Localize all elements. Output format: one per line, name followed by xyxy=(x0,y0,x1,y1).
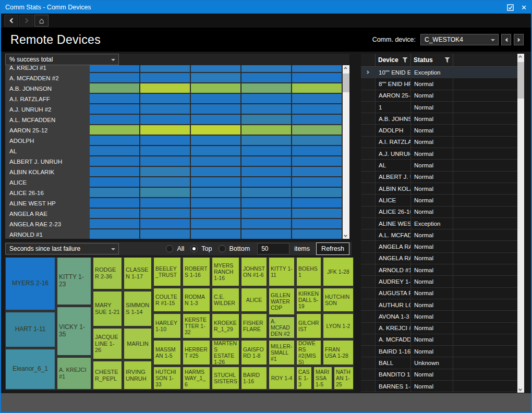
treemap-tile[interactable]: MYERS RANCH 1-16 xyxy=(212,257,239,286)
treemap-tile[interactable]: KERSTETTER 1-32 xyxy=(183,313,210,338)
treemap-tile[interactable]: A. KREJCI #1 xyxy=(57,357,91,390)
heatmap-cell[interactable] xyxy=(140,104,191,114)
table-row[interactable]: ARNOLD #1Normal xyxy=(361,264,517,276)
heatmap-cell[interactable] xyxy=(191,219,241,228)
table-row[interactable]: 8"" ENID HP NNormal xyxy=(361,78,517,90)
heatmap-cell[interactable] xyxy=(292,167,343,176)
table-row[interactable]: 1Normal xyxy=(361,102,517,113)
next-device-button[interactable] xyxy=(514,34,524,45)
checkbox-check-icon[interactable] xyxy=(507,4,514,11)
heatmap-cell[interactable] xyxy=(191,209,241,218)
heatmap-cell[interactable] xyxy=(241,198,292,208)
scroll-up-icon[interactable] xyxy=(518,55,522,59)
table-row[interactable]: BAIRD 1-16Normal xyxy=(361,346,517,357)
comm-device-dropdown[interactable]: C_WESTOK4 xyxy=(420,34,499,45)
treemap-tile[interactable]: GILLEN WATER CDP xyxy=(269,288,295,315)
heatmap-cell[interactable] xyxy=(191,104,241,114)
treemap-tile[interactable]: KITTY 1-23 xyxy=(57,257,91,305)
table-row[interactable]: AUTHUR LOUTNormal xyxy=(361,299,517,311)
treemap-tile[interactable]: IRVING UNRUH xyxy=(124,361,152,390)
heatmap-cell[interactable] xyxy=(191,65,241,72)
treemap-tile[interactable]: RODGER 2-36 xyxy=(93,257,122,289)
treemap-metric-dropdown[interactable]: Seconds since last failure xyxy=(5,243,119,254)
heatmap-cell[interactable] xyxy=(90,83,140,93)
heatmap-cell[interactable] xyxy=(140,219,191,228)
treemap-tile[interactable]: COULTER #1-15 xyxy=(153,288,181,312)
table-row[interactable]: A.B. JOHNSONNormal xyxy=(361,113,517,125)
treemap-tile[interactable]: MARLIN xyxy=(124,328,152,359)
heatmap-cell[interactable] xyxy=(140,94,191,103)
heatmap-cell[interactable] xyxy=(241,177,292,187)
heatmap-cell[interactable] xyxy=(140,167,191,176)
heatmap-cell[interactable] xyxy=(90,94,140,103)
treemap-tile[interactable]: BEELEY_TRUST xyxy=(153,257,181,286)
table-row[interactable]: ALNormal xyxy=(361,160,517,171)
heatmap-cell[interactable] xyxy=(90,104,140,114)
heatmap-cell[interactable] xyxy=(90,156,140,166)
treemap-tile[interactable]: VICKY 1-35 xyxy=(57,307,91,356)
treemap-tile[interactable]: CHESTER_PEPL xyxy=(93,361,122,390)
table-row[interactable]: A.L. MCFADDENNormal xyxy=(361,229,517,241)
heatmap-scrollbar[interactable] xyxy=(343,65,349,239)
heatmap-cell[interactable] xyxy=(191,167,241,176)
treemap-tile[interactable]: MYERS 2-16 xyxy=(5,257,55,310)
heatmap-cell[interactable] xyxy=(90,229,140,239)
heatmap-cell[interactable] xyxy=(191,177,241,187)
heatmap-cell[interactable] xyxy=(241,65,292,72)
table-row[interactable]: BARNES 1-8 8Normal xyxy=(361,381,517,392)
refresh-button[interactable]: Refresh xyxy=(316,242,349,255)
table-row[interactable]: A. MCFADDENNormal xyxy=(361,334,517,346)
heatmap-cell[interactable] xyxy=(191,94,241,103)
heatmap-cell[interactable] xyxy=(292,136,343,145)
table-row[interactable]: AVONA 1-3Normal xyxy=(361,311,517,322)
treemap-tile[interactable]: MARTENS ESTATE 1-26 xyxy=(212,340,239,365)
treemap-tile[interactable]: NATHAN 1-25 xyxy=(334,367,354,390)
treemap-tile[interactable]: JACQUELINE 1-26 xyxy=(93,328,122,359)
heatmap-cell[interactable] xyxy=(191,83,241,93)
heatmap-cell[interactable] xyxy=(191,125,241,135)
heatmap-cell[interactable] xyxy=(90,146,140,155)
treemap-tile[interactable]: MASSMAN 1-5 xyxy=(153,340,181,365)
table-row[interactable]: AUGUSTA ROTNormal xyxy=(361,288,517,299)
heatmap-cell[interactable] xyxy=(292,94,343,103)
heatmap-cell[interactable] xyxy=(292,209,343,218)
heatmap-cell[interactable] xyxy=(90,167,140,176)
heatmap-cell[interactable] xyxy=(90,65,140,72)
scroll-up-icon[interactable] xyxy=(344,67,347,70)
table-row[interactable]: A.I. RATZLAFFNormal xyxy=(361,137,517,148)
heatmap-cell[interactable] xyxy=(241,136,292,145)
treemap-tile[interactable]: BAIRD 1-16 xyxy=(241,367,267,390)
heatmap-cell[interactable] xyxy=(90,219,140,228)
heatmap-cell[interactable] xyxy=(140,73,191,82)
heatmap-cell[interactable] xyxy=(241,83,292,93)
table-row[interactable]: ALBIN KOLARIKNormal xyxy=(361,183,517,195)
heatmap-cell[interactable] xyxy=(191,136,241,145)
heatmap-cell[interactable] xyxy=(292,156,343,166)
treemap-tile[interactable]: MARY SUE 1-21 xyxy=(93,291,122,326)
heatmap-cell[interactable] xyxy=(90,188,140,197)
filter-radio-bottom[interactable]: Bottom xyxy=(219,245,250,252)
heatmap-cell[interactable] xyxy=(292,125,343,135)
treemap-tile[interactable]: MARISSA 1-5 xyxy=(313,367,332,390)
scrollbar-thumb[interactable] xyxy=(343,74,349,92)
heatmap-cell[interactable] xyxy=(241,73,292,82)
heatmap-cell[interactable] xyxy=(140,83,191,93)
treemap-tile[interactable]: SIMMONS 1-14 xyxy=(124,291,152,326)
treemap-tile[interactable]: HARMSWAY_1_6 xyxy=(183,367,210,390)
treemap-tile[interactable]: FRAN USA 1-28 xyxy=(323,340,354,365)
heatmap-cell[interactable] xyxy=(292,115,343,124)
heatmap-cell[interactable] xyxy=(241,125,292,135)
heatmap-cell[interactable] xyxy=(191,73,241,82)
device-column-header[interactable]: Device xyxy=(376,54,411,66)
heatmap-cell[interactable] xyxy=(241,188,292,197)
home-button[interactable]: ⌂ xyxy=(34,15,49,27)
heatmap-metric-dropdown[interactable]: % success total xyxy=(5,54,119,65)
heatmap-cell[interactable] xyxy=(292,146,343,155)
heatmap-cell[interactable] xyxy=(191,198,241,208)
filter-radio-top[interactable]: Top xyxy=(190,245,212,252)
heatmap-cell[interactable] xyxy=(140,65,191,72)
treemap-tile[interactable]: HARLEY 1-10 xyxy=(153,313,181,338)
treemap-tile[interactable]: JOHNSTON #1-6 xyxy=(241,257,267,286)
heatmap-cell[interactable] xyxy=(191,188,241,197)
heatmap-cell[interactable] xyxy=(140,125,191,135)
